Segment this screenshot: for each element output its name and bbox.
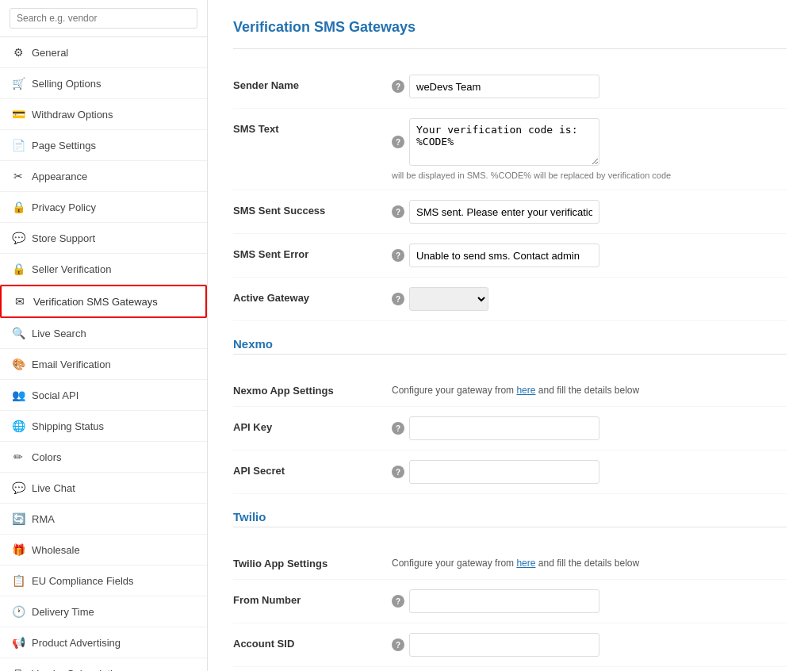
sidebar-item-delivery-time[interactable]: 🕐Delivery Time	[0, 596, 207, 627]
active-gateway-help-icon[interactable]: ?	[392, 293, 404, 305]
sender-name-label: Sender Name	[233, 75, 392, 91]
twilio-from-number-row: From Number ?	[233, 580, 787, 623]
sidebar-item-label-vendor-subscription: Vendor Subscription	[32, 668, 124, 672]
sidebar-item-page-settings[interactable]: 📄Page Settings	[0, 130, 207, 161]
nexmo-app-settings-desc: Configure your gateway from here and fil…	[392, 380, 787, 396]
sidebar-item-label-seller-verification: Seller Verification	[32, 263, 111, 275]
sms-text-help-icon[interactable]: ?	[392, 136, 404, 148]
sidebar-item-selling-options[interactable]: 🛒Selling Options	[0, 68, 207, 99]
sidebar-item-label-store-support: Store Support	[32, 232, 95, 244]
sidebar-item-general[interactable]: ⚙General	[0, 37, 207, 68]
sidebar-item-label-colors: Colors	[32, 451, 62, 463]
sidebar-item-label-rma: RMA	[32, 513, 55, 525]
verification-sms-gateways-icon: ✉	[13, 294, 27, 309]
sidebar-item-privacy-policy[interactable]: 🔒Privacy Policy	[0, 192, 207, 223]
twilio-app-settings-row: Twilio App Settings Configure your gatew…	[233, 543, 787, 580]
nexmo-api-key-help-icon[interactable]: ?	[392, 422, 404, 435]
sidebar-item-label-withdraw-options: Withdraw Options	[32, 109, 113, 121]
sidebar-item-seller-verification[interactable]: 🔒Seller Verification	[0, 254, 207, 285]
sidebar-item-vendor-subscription[interactable]: 🖥Vendor Subscription	[0, 658, 207, 671]
sender-name-input[interactable]	[409, 75, 599, 98]
sidebar-item-live-search[interactable]: 🔍Live Search	[0, 318, 207, 349]
sidebar-item-product-advertising[interactable]: 📢Product Advertising	[0, 627, 207, 658]
sms-text-input[interactable]: Your verification code is: %CODE%	[409, 118, 599, 166]
sidebar-item-label-selling-options: Selling Options	[32, 78, 101, 90]
sidebar-search-input[interactable]	[10, 8, 197, 29]
colors-icon: ✏	[11, 450, 25, 464]
sidebar-item-label-appearance: Appearance	[32, 171, 87, 182]
sidebar-item-label-social-api: Social API	[32, 389, 79, 401]
nexmo-here-link[interactable]: here	[516, 385, 535, 396]
active-gateway-row: Active Gateway ?	[233, 278, 787, 321]
store-support-icon: 💬	[11, 231, 25, 245]
sms-sent-error-label: SMS Sent Error	[233, 243, 392, 260]
sidebar-item-label-live-chat: Live Chat	[32, 482, 75, 494]
twilio-from-number-input[interactable]	[409, 589, 599, 613]
twilio-account-sid-row: Account SID ?	[233, 623, 787, 667]
twilio-auth-token-row: Auth Token ?	[233, 667, 787, 671]
sidebar-item-appearance[interactable]: ✂Appearance	[0, 161, 207, 192]
twilio-from-number-label: From Number	[233, 589, 392, 606]
nexmo-app-settings-label: Nexmo App Settings	[233, 380, 392, 397]
sidebar-item-live-chat[interactable]: 💬Live Chat	[0, 473, 207, 504]
vendor-subscription-icon: 🖥	[11, 666, 25, 671]
page-title: Verification SMS Gateways	[233, 19, 787, 36]
sidebar-item-rma[interactable]: 🔄RMA	[0, 504, 207, 535]
sms-sent-success-input[interactable]	[409, 200, 599, 224]
twilio-app-settings-label: Twilio App Settings	[233, 553, 392, 569]
nexmo-api-secret-help-icon[interactable]: ?	[392, 466, 404, 478]
twilio-section-title: Twilio	[233, 510, 787, 523]
email-verification-icon: 🎨	[11, 357, 25, 371]
nexmo-section-title: Nexmo	[233, 337, 787, 351]
sms-success-help-icon[interactable]: ?	[392, 205, 404, 218]
twilio-here-link[interactable]: here	[516, 558, 535, 569]
seller-verification-icon: 🔒	[11, 262, 25, 276]
selling-options-icon: 🛒	[11, 76, 25, 90]
appearance-icon: ✂	[11, 169, 25, 183]
sidebar-item-store-support[interactable]: 💬Store Support	[0, 223, 207, 254]
sms-sent-success-row: SMS Sent Success ?	[233, 190, 787, 234]
sidebar-search-wrapper	[0, 0, 207, 37]
page-settings-icon: 📄	[11, 138, 25, 152]
sidebar-item-social-api[interactable]: 👥Social API	[0, 380, 207, 411]
sender-name-help-icon[interactable]: ?	[392, 80, 404, 93]
sidebar-item-verification-sms-gateways[interactable]: ✉Verification SMS Gateways	[0, 285, 207, 318]
sidebar-item-email-verification[interactable]: 🎨Email Verification	[0, 349, 207, 380]
nexmo-api-key-row: API Key ?	[233, 407, 787, 451]
sidebar-item-label-verification-sms-gateways: Verification SMS Gateways	[33, 296, 158, 308]
twilio-from-number-help-icon[interactable]: ?	[392, 595, 404, 608]
withdraw-options-icon: 💳	[11, 107, 25, 121]
twilio-account-sid-input[interactable]	[409, 633, 599, 657]
sidebar-item-eu-compliance[interactable]: 📋EU Compliance Fields	[0, 566, 207, 596]
sidebar-item-shipping-status[interactable]: 🌐Shipping Status	[0, 411, 207, 442]
rma-icon: 🔄	[11, 512, 25, 526]
sms-sent-error-input[interactable]	[409, 243, 599, 267]
shipping-status-icon: 🌐	[11, 419, 25, 433]
sms-text-label: SMS Text	[233, 118, 392, 135]
sms-error-help-icon[interactable]: ?	[392, 249, 404, 262]
twilio-app-settings-desc: Configure your gateway from here and fil…	[392, 553, 787, 569]
sms-text-row: SMS Text ? Your verification code is: %C…	[233, 109, 787, 190]
sidebar-item-colors[interactable]: ✏Colors	[0, 442, 207, 473]
delivery-time-icon: 🕐	[11, 604, 25, 619]
nexmo-app-settings-row: Nexmo App Settings Configure your gatewa…	[233, 370, 787, 407]
sidebar-item-label-eu-compliance: EU Compliance Fields	[32, 575, 134, 587]
sidebar-item-label-live-search: Live Search	[32, 328, 86, 339]
sender-name-row: Sender Name ?	[233, 65, 787, 109]
sidebar-item-label-wholesale: Wholesale	[32, 544, 80, 556]
social-api-icon: 👥	[11, 388, 25, 402]
live-search-icon: 🔍	[11, 326, 25, 340]
sms-text-hint: will be displayed in SMS. %CODE% will be…	[392, 171, 787, 180]
general-icon: ⚙	[11, 45, 25, 59]
active-gateway-select[interactable]	[409, 287, 488, 311]
product-advertising-icon: 📢	[11, 635, 25, 650]
live-chat-icon: 💬	[11, 481, 25, 495]
twilio-account-sid-help-icon[interactable]: ?	[392, 638, 404, 651]
sidebar-item-wholesale[interactable]: 🎁Wholesale	[0, 535, 207, 566]
nexmo-api-secret-input[interactable]	[409, 460, 599, 484]
sidebar-item-label-email-verification: Email Verification	[32, 359, 111, 370]
sidebar-item-label-general: General	[32, 47, 68, 59]
eu-compliance-icon: 📋	[11, 573, 25, 588]
nexmo-api-key-input[interactable]	[409, 416, 599, 440]
sidebar-item-withdraw-options[interactable]: 💳Withdraw Options	[0, 99, 207, 130]
